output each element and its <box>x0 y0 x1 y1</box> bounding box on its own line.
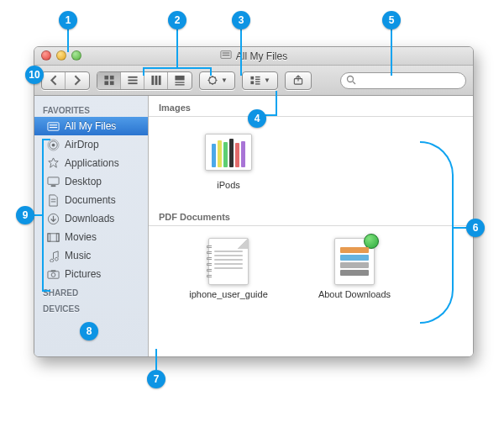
svg-rect-7 <box>128 76 137 78</box>
zoom-button[interactable] <box>71 50 81 61</box>
share-button[interactable] <box>285 71 312 90</box>
leader-4v <box>276 91 277 114</box>
icon-view-button[interactable] <box>97 72 121 89</box>
svg-rect-14 <box>175 82 184 82</box>
leader-2b <box>210 67 212 76</box>
leader-1 <box>67 29 69 52</box>
file-item[interactable]: About Downloads <box>308 238 401 299</box>
svg-rect-18 <box>255 76 260 77</box>
forward-button[interactable] <box>66 72 89 89</box>
callout-3: 3 <box>232 11 250 29</box>
svg-rect-12 <box>158 76 160 85</box>
callout-8: 8 <box>80 322 98 340</box>
sidebar-item-applications[interactable]: Applications <box>34 154 148 172</box>
sidebar-item-movies[interactable]: Movies <box>34 228 148 246</box>
close-button[interactable] <box>41 50 51 61</box>
search-input[interactable] <box>340 72 466 89</box>
sidebar-item-airdrop[interactable]: AirDrop <box>34 135 148 154</box>
svg-rect-26 <box>47 122 58 129</box>
documents-icon <box>46 193 60 207</box>
movies-icon <box>46 230 60 244</box>
svg-rect-22 <box>255 83 260 84</box>
svg-rect-39 <box>56 233 59 240</box>
svg-rect-37 <box>47 233 58 240</box>
sidebar-item-label: Pictures <box>65 268 101 280</box>
callout-10: 10 <box>25 66 44 84</box>
leader-5 <box>391 29 392 76</box>
callout-6: 6 <box>466 219 485 237</box>
svg-rect-1 <box>222 52 229 53</box>
sidebar-item-label: All My Files <box>65 120 116 132</box>
list-view-button[interactable] <box>121 72 144 89</box>
svg-rect-33 <box>50 185 55 187</box>
sidebar-section-shared: SHARED <box>34 283 148 299</box>
svg-rect-13 <box>175 76 184 81</box>
svg-rect-34 <box>50 198 55 199</box>
svg-rect-32 <box>47 177 58 183</box>
svg-rect-28 <box>49 126 56 127</box>
svg-point-41 <box>51 272 55 277</box>
traffic-lights <box>41 50 81 61</box>
leader-9b <box>42 290 50 292</box>
search-icon <box>346 75 356 87</box>
downloads-icon <box>46 212 60 225</box>
sidebar-item-all-my-files[interactable]: All My Files <box>34 117 148 135</box>
svg-rect-15 <box>175 84 184 85</box>
svg-rect-42 <box>50 270 55 272</box>
svg-rect-40 <box>47 271 58 277</box>
file-label: iphone_user_guide <box>189 289 268 299</box>
svg-rect-21 <box>255 81 260 82</box>
sidebar-item-label: AirDrop <box>65 139 99 150</box>
svg-rect-35 <box>50 201 55 202</box>
callout-4: 4 <box>248 109 266 128</box>
finder-window: All My Files ▼ ▼ <box>34 46 474 357</box>
leader-4h <box>265 114 277 116</box>
column-view-button[interactable] <box>144 72 168 89</box>
coverflow-view-button[interactable] <box>168 72 192 89</box>
leader-7 <box>155 349 157 370</box>
nav-buttons <box>41 71 90 90</box>
svg-rect-20 <box>250 81 254 84</box>
back-button[interactable] <box>42 72 66 89</box>
file-item[interactable]: iPods <box>182 129 275 190</box>
sidebar-item-label: Applications <box>65 157 119 169</box>
leader-2h <box>143 67 212 69</box>
window-title-text: All My Files <box>236 50 287 62</box>
pdf-thumbnail <box>202 238 255 285</box>
file-label: About Downloads <box>318 289 391 299</box>
minimize-button[interactable] <box>56 50 66 61</box>
pictures-icon <box>46 267 60 281</box>
sidebar-item-desktop[interactable]: Desktop <box>34 172 148 191</box>
chevron-down-icon: ▼ <box>264 76 270 84</box>
svg-rect-5 <box>104 81 108 85</box>
callout-1: 1 <box>59 11 77 29</box>
svg-rect-17 <box>250 76 254 80</box>
sidebar-item-documents[interactable]: Documents <box>34 191 148 209</box>
window-title: All My Files <box>220 49 287 63</box>
svg-rect-3 <box>104 76 108 80</box>
sidebar-item-label: Movies <box>65 231 97 243</box>
callout-7: 7 <box>147 370 165 388</box>
svg-rect-19 <box>255 79 260 80</box>
sidebar-item-pictures[interactable]: Pictures <box>34 265 148 283</box>
sidebar-item-downloads[interactable]: Downloads <box>34 209 148 228</box>
desktop-icon <box>46 175 60 188</box>
callout-9: 9 <box>16 206 34 224</box>
file-item[interactable]: iphone_user_guide <box>182 238 275 299</box>
leader-2v <box>176 29 178 67</box>
view-switcher <box>97 71 192 90</box>
sidebar-section-devices: DEVICES <box>34 299 148 315</box>
toolbar: ▼ ▼ <box>34 66 473 96</box>
callout-2: 2 <box>168 11 186 29</box>
svg-rect-27 <box>49 124 56 125</box>
sidebar-item-music[interactable]: Music <box>34 246 148 265</box>
svg-rect-11 <box>155 76 157 85</box>
leader-3 <box>240 29 242 76</box>
arrange-menu-button[interactable]: ▼ <box>242 71 278 90</box>
all-my-files-icon <box>46 119 60 133</box>
applications-icon <box>46 156 60 170</box>
leader-6 <box>420 141 454 324</box>
section-header-images: Images <box>149 96 473 117</box>
sidebar-section-favorites: FAVORITES <box>34 101 148 117</box>
action-menu-button[interactable]: ▼ <box>199 71 235 90</box>
